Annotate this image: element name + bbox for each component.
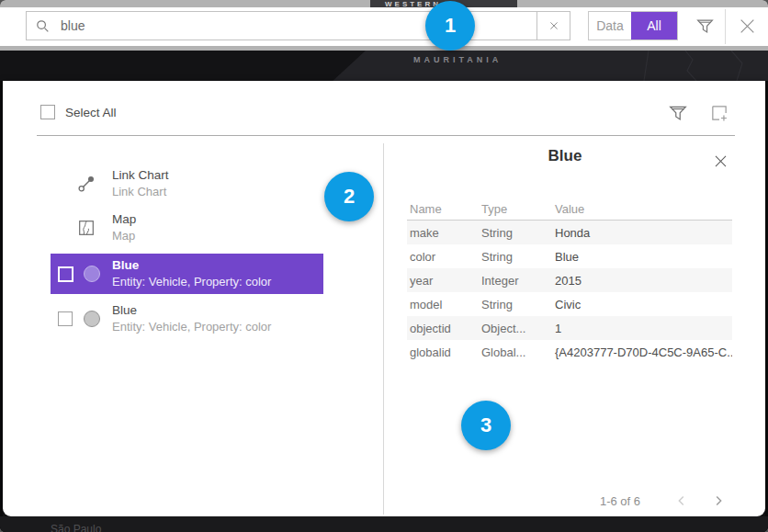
- attr-type: Object...: [479, 322, 552, 335]
- filter-icon: [696, 17, 714, 35]
- clear-icon: [548, 20, 559, 31]
- table-row: objectid Object... 1: [407, 316, 732, 340]
- result-item-map[interactable]: Map Map: [51, 208, 323, 248]
- attr-type: String: [479, 226, 552, 240]
- result-title: Link Chart: [112, 167, 169, 184]
- add-to-selection-button[interactable]: [706, 100, 732, 126]
- results-filter-button[interactable]: [666, 101, 690, 125]
- column-header-value: Value: [552, 202, 732, 216]
- attr-value: Civic: [552, 298, 732, 311]
- search-toolbar: Data All: [0, 7, 768, 46]
- clear-search-button[interactable]: [536, 11, 570, 40]
- detail-close-button[interactable]: [708, 149, 732, 173]
- table-header-row: Name Type Value: [407, 198, 732, 221]
- entity-circle-icon: [84, 311, 100, 327]
- toolbar-divider: [725, 9, 726, 44]
- table-row: globalid Global... {A4203777-D70D-4C5C-9…: [407, 340, 732, 364]
- search-input[interactable]: [61, 18, 465, 33]
- result-subtitle: Entity: Vehicle, Property: color: [112, 274, 271, 289]
- filter-icon: [669, 104, 687, 122]
- attr-name: model: [407, 298, 479, 311]
- result-checkbox[interactable]: [58, 266, 73, 282]
- toggle-option-data[interactable]: Data: [589, 12, 631, 40]
- scope-toggle: Data All: [588, 11, 678, 40]
- attr-value: {A4203777-D70D-4C5C-9A65-C...: [552, 345, 732, 359]
- table-row: model String Civic: [407, 292, 732, 316]
- annotation-badge-2: 2: [324, 172, 374, 221]
- next-page-button[interactable]: [706, 489, 730, 513]
- detail-title: Blue: [404, 147, 726, 165]
- result-title: Blue: [112, 257, 271, 274]
- annotation-badge-3: 3: [461, 401, 511, 450]
- attr-value: 1: [552, 322, 732, 335]
- entity-circle-icon: [84, 266, 100, 282]
- result-subtitle: Link Chart: [112, 184, 169, 199]
- attr-value: Blue: [552, 250, 732, 264]
- table-row: make String Honda: [407, 221, 732, 244]
- chevron-right-icon: [711, 493, 726, 508]
- toolbar-filter-button[interactable]: [693, 13, 717, 39]
- result-item-blue[interactable]: Blue Entity: Vehicle, Property: color: [51, 299, 323, 339]
- close-icon: [713, 153, 728, 169]
- attr-type: String: [479, 250, 552, 264]
- select-all-label: Select All: [65, 106, 117, 119]
- results-header-divider: [37, 135, 735, 136]
- attr-name: globalid: [407, 345, 479, 359]
- map-edge-top: WESTERN: [0, 0, 768, 7]
- result-checkbox[interactable]: [58, 311, 73, 326]
- search-results-panel: Select All Link Chart Link Chart: [3, 81, 765, 516]
- column-header-type: Type: [479, 202, 552, 216]
- map-label-western: WESTERN: [385, 0, 441, 7]
- attr-value: Honda: [552, 226, 732, 240]
- add-selection-icon: [709, 103, 729, 123]
- link-chart-icon: [77, 175, 96, 193]
- chevron-left-icon: [674, 493, 689, 508]
- result-item-blue-selected[interactable]: Blue Entity: Vehicle, Property: color: [51, 254, 323, 294]
- close-search-button[interactable]: [733, 11, 761, 40]
- search-icon: [36, 19, 50, 33]
- map-bottom-strip: São Paulo: [0, 516, 768, 532]
- attr-name: year: [407, 274, 479, 288]
- attr-type: Integer: [479, 274, 552, 288]
- attribute-table: Name Type Value make String Honda color …: [407, 198, 732, 364]
- result-subtitle: Entity: Vehicle, Property: color: [112, 319, 271, 334]
- column-header-name: Name: [407, 202, 479, 216]
- attr-type: Global...: [479, 345, 552, 359]
- attr-type: String: [479, 298, 552, 311]
- pagination-label: 1-6 of 6: [588, 494, 652, 508]
- prev-page-button[interactable]: [670, 489, 694, 513]
- close-icon: [738, 17, 757, 36]
- panel-divider: [383, 143, 384, 515]
- attr-name: color: [407, 250, 479, 264]
- attr-value: 2015: [552, 274, 732, 288]
- table-row: color String Blue: [407, 244, 732, 268]
- map-icon: [77, 219, 96, 237]
- table-row: year Integer 2015: [407, 268, 732, 292]
- result-item-link-chart[interactable]: Link Chart Link Chart: [51, 164, 323, 204]
- annotation-badge-1: 1: [425, 1, 475, 51]
- map-border-lines: [456, 51, 768, 81]
- map-ocean-area: [0, 51, 366, 81]
- result-title: Map: [112, 211, 136, 228]
- select-all-checkbox[interactable]: [40, 105, 55, 119]
- attr-name: objectid: [407, 322, 479, 335]
- map-label-city: São Paulo: [51, 523, 101, 532]
- result-subtitle: Map: [112, 228, 136, 243]
- app-window: WESTERN Data All: [0, 0, 768, 532]
- map-background: MAURITANIA: [0, 51, 768, 81]
- result-title: Blue: [112, 302, 271, 319]
- attr-name: make: [407, 226, 479, 240]
- toggle-option-all[interactable]: All: [631, 12, 677, 40]
